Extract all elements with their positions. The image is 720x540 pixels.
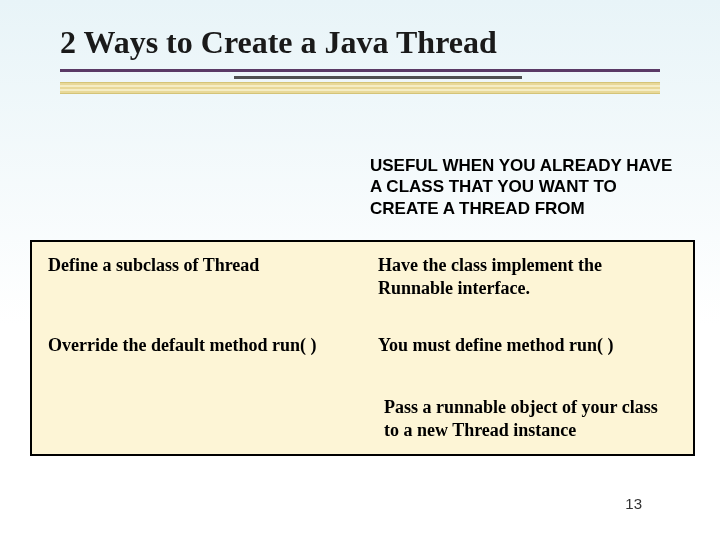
title-area: 2 Ways to Create a Java Thread [0, 0, 720, 94]
slide-title: 2 Ways to Create a Java Thread [60, 24, 660, 61]
table-row: Define a subclass of Thread [32, 242, 362, 322]
title-underline [60, 69, 660, 94]
gold-band [60, 82, 660, 94]
table-row: Pass a runnable object of your class to … [362, 384, 693, 454]
comparison-table: Define a subclass of Thread Have the cla… [30, 240, 695, 456]
callout-text: USEFUL WHEN YOU ALREADY HAVE A CLASS THA… [370, 155, 680, 219]
purple-rule [60, 69, 660, 72]
table-row: You must define method run( ) [362, 322, 693, 384]
table-row: Override the default method run( ) [32, 322, 362, 384]
page-number: 13 [625, 495, 642, 512]
table-row: Have the class implement the Runnable in… [362, 242, 693, 322]
shadow-rule [234, 76, 522, 79]
